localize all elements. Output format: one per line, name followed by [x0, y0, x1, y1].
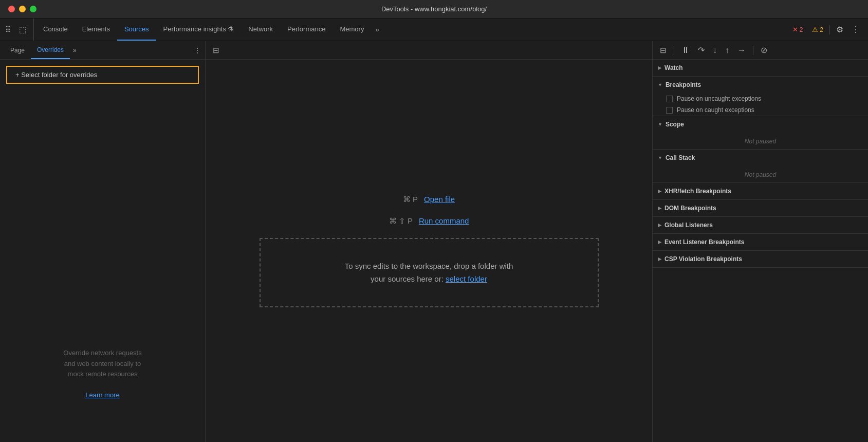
close-button[interactable] [8, 6, 15, 12]
override-description: Override network requests and web conten… [0, 90, 205, 442]
tabbar-right: ✕ 2 ⚠ 2 ⚙ ⋮ [789, 19, 866, 41]
scope-section: ▼ Scope Not paused [653, 116, 868, 150]
run-command-keys: ⌘ ⇧ P [389, 216, 413, 226]
xhr-triangle: ▶ [658, 189, 661, 194]
call-stack-triangle: ▼ [658, 155, 662, 160]
global-listeners-triangle: ▶ [658, 223, 661, 228]
open-file-link[interactable]: Open file [424, 195, 455, 204]
tab-performance[interactable]: Performance [280, 19, 333, 41]
main-layout: Page Overrides » ⋮ + Select folder for o… [0, 41, 868, 442]
open-file-row: ⌘ P Open file [403, 195, 455, 204]
deactivate-breakpoints-button[interactable]: ⊘ [758, 43, 770, 57]
xhr-header[interactable]: ▶ XHR/fetch Breakpoints [653, 183, 868, 199]
right-panel: ⊟ ⏸ ↷ ↓ ↑ → ⊘ ▶ Watch ▼ Breakpoints [652, 41, 868, 442]
titlebar: DevTools - www.hongkiat.com/blog/ [0, 0, 868, 19]
breakpoints-section: ▼ Breakpoints Pause on uncaught exceptio… [653, 77, 868, 116]
tab-console[interactable]: Console [36, 19, 75, 41]
select-folder-button[interactable]: + Select folder for overrides [6, 66, 199, 84]
global-listeners-section: ▶ Global Listeners [653, 217, 868, 234]
run-command-row: ⌘ ⇧ P Run command [389, 216, 469, 226]
learn-more-link[interactable]: Learn more [85, 390, 119, 401]
global-listeners-header[interactable]: ▶ Global Listeners [653, 217, 868, 233]
breakpoints-triangle: ▼ [658, 82, 662, 87]
minimize-button[interactable] [19, 6, 26, 12]
override-desc-text: Override network requests and web conten… [63, 348, 141, 380]
error-badge[interactable]: ✕ 2 [789, 25, 806, 34]
csp-violation-section: ▶ CSP Violation Breakpoints [653, 251, 868, 268]
middle-toolbar: ⊟ [206, 41, 652, 60]
watch-triangle: ▶ [658, 65, 661, 70]
dom-triangle: ▶ [658, 206, 661, 211]
window-title: DevTools - www.hongkiat.com/blog/ [381, 5, 487, 13]
traffic-lights [8, 6, 36, 12]
event-listener-triangle: ▶ [658, 240, 661, 245]
scope-triangle: ▼ [658, 122, 662, 127]
more-subtabs-button[interactable]: » [70, 47, 80, 54]
tabbar: ⠿ ⬚ Console Elements Sources Performance… [0, 19, 868, 41]
settings-button[interactable]: ⚙ [833, 24, 846, 35]
dom-header[interactable]: ▶ DOM Breakpoints [653, 200, 868, 216]
more-options-button[interactable]: ⋮ [849, 24, 862, 35]
select-folder-area: + Select folder for overrides [0, 60, 205, 90]
tabbar-left-icons: ⠿ ⬚ [2, 19, 34, 41]
tab-performance-insights[interactable]: Performance insights ⚗ [156, 19, 242, 41]
watch-section: ▶ Watch [653, 60, 868, 77]
xhr-section: ▶ XHR/fetch Breakpoints [653, 183, 868, 200]
step-button[interactable]: → [734, 44, 749, 57]
call-stack-section: ▼ Call Stack Not paused [653, 150, 868, 183]
pause-caught-checkbox[interactable] [666, 107, 673, 114]
tab-sources[interactable]: Sources [117, 19, 156, 41]
warning-badge[interactable]: ⚠ 2 [809, 25, 826, 34]
breakpoints-header[interactable]: ▼ Breakpoints [653, 77, 868, 93]
open-file-keys: ⌘ P [403, 195, 418, 204]
device-toolbar-icon[interactable]: ⬚ [16, 23, 29, 36]
tab-memory[interactable]: Memory [333, 19, 371, 41]
call-stack-header[interactable]: ▼ Call Stack [653, 150, 868, 166]
more-tabs-button[interactable]: » [371, 19, 383, 41]
maximize-button[interactable] [30, 6, 36, 12]
watch-header[interactable]: ▶ Watch [653, 60, 868, 76]
subtab-page[interactable]: Page [4, 41, 31, 59]
tab-elements[interactable]: Elements [75, 19, 117, 41]
csp-violation-triangle: ▶ [658, 256, 661, 262]
pause-uncaught-checkbox[interactable] [666, 96, 673, 102]
step-into-button[interactable]: ↓ [710, 44, 720, 57]
subtabs: Page Overrides » ⋮ [0, 41, 205, 60]
left-panel: Page Overrides » ⋮ + Select folder for o… [0, 41, 206, 442]
scope-header[interactable]: ▼ Scope [653, 116, 868, 133]
dom-section: ▶ DOM Breakpoints [653, 200, 868, 217]
pause-uncaught-row: Pause on uncaught exceptions [653, 93, 868, 104]
drop-zone-select-link[interactable]: select folder [446, 274, 487, 283]
toggle-right-panel-button[interactable]: ⊟ [657, 44, 670, 57]
subtab-overrides[interactable]: Overrides [31, 41, 70, 59]
tab-network[interactable]: Network [241, 19, 280, 41]
middle-panel: ⊟ ⌘ P Open file ⌘ ⇧ P Run command To syn… [206, 41, 652, 442]
scope-not-paused: Not paused [653, 133, 868, 149]
drop-zone[interactable]: To sync edits to the workspace, drop a f… [260, 238, 599, 307]
step-out-button[interactable]: ↑ [722, 44, 732, 57]
run-command-link[interactable]: Run command [419, 216, 469, 225]
event-listener-header[interactable]: ▶ Event Listener Breakpoints [653, 234, 868, 250]
event-listener-section: ▶ Event Listener Breakpoints [653, 234, 868, 251]
pause-resume-button[interactable]: ⏸ [678, 44, 693, 57]
step-over-button[interactable]: ↷ [695, 43, 708, 57]
call-stack-not-paused: Not paused [653, 166, 868, 182]
csp-violation-header[interactable]: ▶ CSP Violation Breakpoints [653, 251, 868, 267]
debugger-toolbar: ⊟ ⏸ ↷ ↓ ↑ → ⊘ [653, 41, 868, 60]
subtabs-more-options[interactable]: ⋮ [194, 46, 201, 54]
drop-area-wrapper: ⌘ P Open file ⌘ ⇧ P Run command To sync … [206, 60, 652, 442]
devtools-icon[interactable]: ⠿ [2, 23, 14, 36]
pause-caught-row: Pause on caught exceptions [653, 104, 868, 116]
toggle-sidebar-button[interactable]: ⊟ [210, 44, 223, 57]
